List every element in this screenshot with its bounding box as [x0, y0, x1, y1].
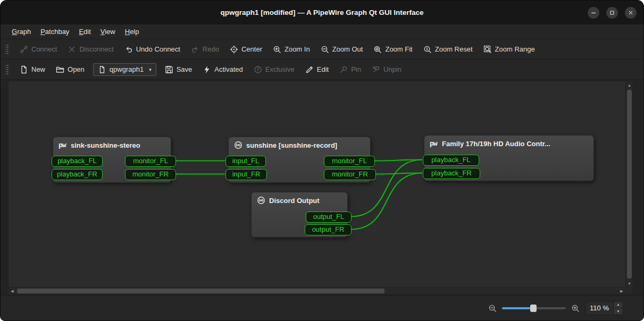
port-sunshine-monitor_FL[interactable]: monitor_FL: [324, 156, 375, 167]
zoom-spin-down-button[interactable]: ▼: [614, 308, 623, 315]
toolbar-label-pin: Pin: [351, 65, 361, 73]
toolbar-label-zoom-range: Zoom Range: [495, 45, 535, 53]
zoom-slider-handle[interactable]: [530, 305, 537, 312]
vertical-scrollbar[interactable]: ▲ ▼: [625, 81, 633, 287]
menu-graph[interactable]: Graph: [7, 26, 36, 38]
port-sink-sunshine-stereo-playback_FL[interactable]: playback_FL: [52, 156, 103, 167]
port-sunshine-input_FL[interactable]: input_FL: [225, 156, 266, 167]
node-family-audio[interactable]: pwFamily 17h/19h HD Audio Contr...playba…: [424, 135, 594, 181]
toolbar-label-profile: qpwgraph1: [110, 65, 144, 73]
zoom-slider-fill: [502, 307, 531, 309]
zoom-spin-up-button[interactable]: ▲: [614, 302, 623, 308]
toolbar-button-profile[interactable]: qpwgraph1▾: [93, 63, 156, 76]
port-sink-sunshine-stereo-monitor_FR[interactable]: monitor_FR: [125, 169, 176, 180]
graph-canvas[interactable]: pwsink-sunshine-stereoplayback_FLplaybac…: [8, 81, 633, 295]
toolbar-button-new[interactable]: New: [15, 63, 50, 77]
exclusive-icon: f: [254, 65, 262, 74]
horizontal-scrollbar[interactable]: ◀ ▶: [9, 287, 625, 294]
toolbar-label-connect: Connect: [31, 45, 57, 53]
port-family-audio-playback_FR[interactable]: playback_FR: [423, 168, 480, 179]
toolbar-label-save: Save: [177, 65, 193, 73]
toolbar-button-center[interactable]: Center: [225, 43, 267, 56]
zoom-in-mini-icon[interactable]: [571, 304, 580, 312]
toolbar-label-zoom-in: Zoom In: [285, 45, 310, 53]
toolbar-button-activated[interactable]: Activated: [198, 63, 247, 77]
horizontal-scroll-track[interactable]: [16, 288, 618, 294]
toolbar-patchbay: NewOpenqpwgraph1▾SaveActivatedfExclusive…: [1, 60, 643, 80]
maximize-button[interactable]: [606, 7, 618, 19]
port-family-audio-playback_FL[interactable]: playback_FL: [423, 155, 479, 166]
node-header-discord-output: Discord Output: [252, 192, 347, 208]
vertical-scroll-track[interactable]: [626, 89, 633, 280]
toolbar-button-edit[interactable]: Edit: [300, 63, 333, 77]
port-sunshine-input_FR[interactable]: input_FR: [225, 169, 267, 180]
toolbar-button-redo[interactable]: Redo: [186, 43, 224, 56]
toolbar-label-open: Open: [68, 65, 85, 73]
toolbar-button-zoom-reset[interactable]: Zoom Reset: [419, 43, 478, 56]
toolbar-label-activated: Activated: [214, 65, 242, 73]
toolbar-graph: ConnectDisconnectUndo ConnectRedoCenterZ…: [1, 39, 643, 60]
menu-edit[interactable]: Edit: [74, 26, 95, 38]
vertical-scroll-thumb[interactable]: [627, 90, 632, 278]
toolbar-label-redo: Redo: [203, 45, 219, 53]
toolbar-button-open[interactable]: Open: [51, 63, 89, 77]
toolbar-button-zoom-range[interactable]: Zoom Range: [479, 43, 540, 56]
port-discord-output-output_FL[interactable]: output_FL: [306, 212, 352, 223]
horizontal-scroll-thumb[interactable]: [17, 289, 384, 293]
menubar: GraphPatchbayEditViewHelp: [1, 24, 643, 39]
graph-surface[interactable]: pwsink-sunshine-stereoplayback_FLplaybac…: [9, 81, 625, 287]
toolbar-button-disconnect[interactable]: Disconnect: [63, 43, 118, 56]
scroll-down-arrow[interactable]: ▼: [626, 280, 633, 287]
toolbar-button-exclusive[interactable]: fExclusive: [249, 63, 299, 77]
zoom-out-mini-icon[interactable]: [488, 304, 497, 312]
toolbar-label-center: Center: [241, 45, 262, 53]
toolbar-button-connect[interactable]: Connect: [15, 43, 62, 56]
port-discord-output-output_FR[interactable]: output_FR: [305, 224, 352, 235]
new-file-icon: [20, 65, 28, 74]
node-sunshine[interactable]: sunshine [sunshine-record]input_FLinput_…: [228, 137, 371, 183]
port-sink-sunshine-stereo-monitor_FL[interactable]: monitor_FL: [125, 156, 176, 167]
toolbar-button-zoom-out[interactable]: Zoom Out: [316, 43, 368, 56]
port-sunshine-monitor_FR[interactable]: monitor_FR: [324, 169, 376, 180]
zoom-range-icon: [483, 45, 492, 54]
zoom-slider[interactable]: [502, 304, 566, 312]
save-icon: [165, 65, 173, 74]
scroll-up-arrow[interactable]: ▲: [626, 81, 633, 89]
zoom-spinbox[interactable]: 110 % ▲ ▼: [585, 301, 623, 315]
scroll-left-arrow[interactable]: ◀: [9, 288, 16, 294]
pin-icon: [339, 65, 348, 74]
toolbar-button-zoom-in[interactable]: Zoom In: [268, 43, 315, 56]
zoom-fit-icon: [373, 45, 382, 54]
toolbar-button-undo[interactable]: Undo Connect: [120, 43, 185, 56]
toolbar-drag-handle[interactable]: [5, 44, 9, 55]
app-window: qpwgraph1 [modified] — A PipeWire Graph …: [0, 0, 644, 321]
minimize-button[interactable]: [588, 7, 599, 19]
node-header-family-audio: pwFamily 17h/19h HD Audio Contr...: [424, 136, 593, 151]
undo-icon: [124, 45, 133, 54]
file-icon: [98, 65, 106, 74]
titlebar[interactable]: qpwgraph1 [modified] — A PipeWire Graph …: [1, 1, 643, 24]
scroll-right-arrow[interactable]: ▶: [618, 288, 625, 294]
zoom-out-icon: [321, 45, 329, 54]
menu-patchbay[interactable]: Patchbay: [36, 26, 74, 38]
toolbar-button-save[interactable]: Save: [160, 63, 197, 77]
menu-view[interactable]: View: [96, 26, 120, 38]
toolbar-label-new: New: [31, 65, 45, 73]
broadcast-icon: [234, 141, 242, 149]
menu-help[interactable]: Help: [120, 26, 144, 38]
toolbar-button-unpin[interactable]: Unpin: [367, 63, 406, 77]
central-area: pwsink-sunshine-stereoplayback_FLplaybac…: [1, 80, 643, 295]
close-button[interactable]: [625, 7, 637, 19]
zoom-value: 110 %: [586, 302, 613, 315]
node-title-sink-sunshine-stereo: sink-sunshine-stereo: [71, 141, 140, 149]
zoom-reset-icon: [423, 45, 432, 54]
toolbar-button-pin[interactable]: Pin: [334, 63, 366, 77]
node-sink-sunshine-stereo[interactable]: pwsink-sunshine-stereoplayback_FLplaybac…: [53, 137, 171, 183]
toolbar-button-zoom-fit[interactable]: Zoom Fit: [369, 43, 417, 56]
node-discord-output[interactable]: Discord Outputoutput_FLoutput_FR: [251, 192, 348, 238]
toolbar-label-zoom-out: Zoom Out: [332, 45, 363, 53]
unpin-icon: [372, 65, 380, 74]
port-sink-sunshine-stereo-playback_FR[interactable]: playback_FR: [52, 169, 103, 180]
center-icon: [230, 45, 238, 54]
toolbar-drag-handle[interactable]: [5, 64, 9, 75]
